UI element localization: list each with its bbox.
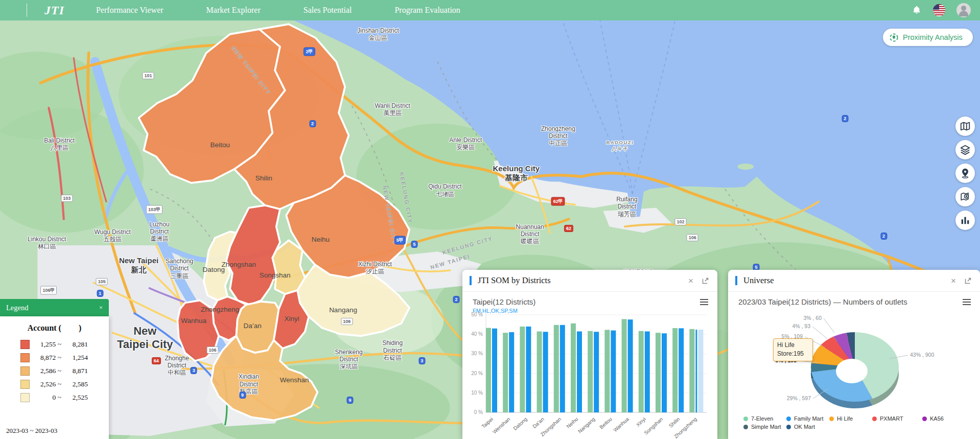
bar-blue [509, 332, 514, 412]
bar-blue [526, 327, 531, 412]
legend-row: 8,872 ~1,254 [0, 351, 109, 364]
legend-swatch [20, 353, 30, 362]
som-bar-chart[interactable]: 50 %40 %30 %20 %10 %0 %TaipeiWenshanDato… [462, 270, 717, 439]
pie-legend-item[interactable]: PXMART [872, 415, 922, 422]
bar-blue [594, 332, 599, 412]
map-tools [955, 117, 975, 230]
bar-green [537, 331, 542, 412]
universe-pie-chart[interactable]: 43% , 90029% , 5979% , 1955% , 1094% , 9… [728, 270, 980, 439]
legend-dot [786, 425, 791, 429]
pie-legend-item[interactable]: OK Mart [786, 424, 829, 430]
legend-row: 0 ~2,525 [0, 391, 109, 404]
pie-tooltip: Hi Life Store:195 [773, 338, 813, 361]
legend-swatch [20, 340, 30, 349]
legend-title: Legend [6, 304, 28, 312]
pie-legend: 7-ElevenFamily MartHi LifePXMARTKA56Simp… [743, 415, 968, 432]
bar-green [656, 333, 661, 412]
language-flag-icon[interactable] [933, 4, 945, 16]
pie-legend-item[interactable]: Hi Life [829, 415, 872, 422]
legend-dot [743, 417, 748, 421]
jti-logo: JTI [44, 4, 64, 17]
universe-panel: Universe × 2023/03 Taipei(12 Districts) … [728, 270, 980, 439]
pie-label: 29% , 597 [787, 395, 811, 401]
legend-swatch [20, 366, 30, 376]
nav-item-sales-potential[interactable]: Sales Potential [304, 6, 352, 15]
legend-row: 1,255 ~8,281 [0, 338, 109, 351]
som-panel: JTI SOM by Districts × Taipei(12 Distric… [462, 270, 717, 439]
legend-panel: Legend × Account () 1,255 ~8,2818,872 ~1… [0, 299, 109, 439]
top-nav: JTI Performance ViewerMarket ExplorerSal… [0, 0, 980, 20]
pie-legend-item[interactable]: 7-Eleven [743, 415, 786, 422]
pie-legend-item[interactable]: Simple Mart [743, 424, 786, 430]
svg-text:Xinyi: Xinyi [635, 416, 647, 428]
svg-text:0 %: 0 % [474, 409, 483, 415]
nav-divider [27, 4, 27, 17]
layers-icon[interactable] [955, 140, 975, 159]
legend-header: Legend × [0, 299, 109, 316]
svg-text:Datong: Datong [512, 416, 528, 431]
app-window: JTI Performance ViewerMarket ExplorerSal… [0, 0, 980, 439]
bell-icon[interactable] [912, 5, 922, 15]
bar-green [503, 333, 508, 412]
bar-green [672, 328, 678, 412]
bar-green [486, 328, 491, 412]
bar-blue [543, 332, 548, 412]
proximity-analysis-button[interactable]: Proximity Analysis [883, 29, 973, 46]
svg-text:Wenshan: Wenshan [492, 416, 511, 434]
legend-body: Account () 1,255 ~8,2818,872 ~1,2542,586… [0, 316, 109, 439]
bar-green [520, 327, 525, 412]
nav-item-program-evaluation[interactable]: Program Evaluation [394, 6, 460, 15]
pie-legend-item[interactable]: KA56 [922, 415, 965, 422]
svg-text:Nangang: Nangang [577, 416, 596, 434]
legend-dot [922, 417, 927, 421]
nav-menu: Performance ViewerMarket ExplorerSales P… [96, 6, 460, 15]
bar-green [554, 325, 559, 412]
legend-dot [786, 417, 791, 421]
bar-green [622, 319, 627, 412]
svg-text:40 %: 40 % [471, 331, 483, 337]
bar-blue [628, 319, 633, 412]
basemap-icon[interactable] [955, 117, 975, 136]
svg-text:Wanhua: Wanhua [612, 416, 630, 433]
bar-chart-icon[interactable] [955, 211, 975, 230]
bar-highlight [698, 330, 703, 412]
svg-text:Songshan: Songshan [643, 416, 664, 435]
svg-text:50 %: 50 % [471, 312, 483, 317]
bar-blue [560, 325, 565, 412]
bar-blue [492, 329, 497, 412]
bar-green [639, 331, 644, 412]
svg-text:Shilin: Shilin [668, 416, 681, 429]
bar-blue [695, 330, 697, 412]
legend-row: 2,526 ~2,585 [0, 378, 109, 391]
proximity-radar-icon [889, 33, 899, 42]
nav-item-market-explorer[interactable]: Market Explorer [206, 6, 261, 15]
bar-blue [611, 331, 616, 412]
legend-dot [829, 417, 834, 421]
legend-close-icon[interactable]: × [99, 304, 103, 312]
legend-swatch [20, 393, 30, 402]
legend-row: 2,586 ~8,871 [0, 364, 109, 378]
proximity-analysis-label: Proximity Analysis [903, 33, 963, 41]
bar-green [571, 324, 576, 412]
svg-text:Da’an: Da’an [531, 416, 545, 429]
svg-text:10 %: 10 % [471, 390, 483, 396]
svg-text:30 %: 30 % [471, 351, 483, 356]
pie-legend-item[interactable]: Family Mart [786, 415, 829, 422]
location-pin-icon[interactable] [955, 164, 975, 183]
pie-label: 4% , 93 [792, 323, 810, 329]
bar-green [604, 330, 610, 412]
legend-period: 2023-03 ~ 2023-03 [6, 427, 57, 435]
nav-item-performance-viewer[interactable]: Performance Viewer [96, 6, 164, 15]
svg-text:Neihu: Neihu [566, 416, 579, 429]
user-avatar[interactable] [956, 3, 971, 17]
bar-green [588, 331, 593, 412]
bar-blue [577, 331, 582, 412]
bar-blue [662, 333, 667, 412]
svg-text:Beitou: Beitou [598, 416, 613, 430]
pie-label: 43% , 900 [910, 352, 934, 358]
map-sales-search-icon[interactable] [955, 187, 975, 206]
legend-dot [872, 417, 877, 421]
bar-blue [679, 328, 684, 412]
pie-label: 3% , 60 [803, 315, 822, 321]
legend-swatch [20, 380, 30, 389]
